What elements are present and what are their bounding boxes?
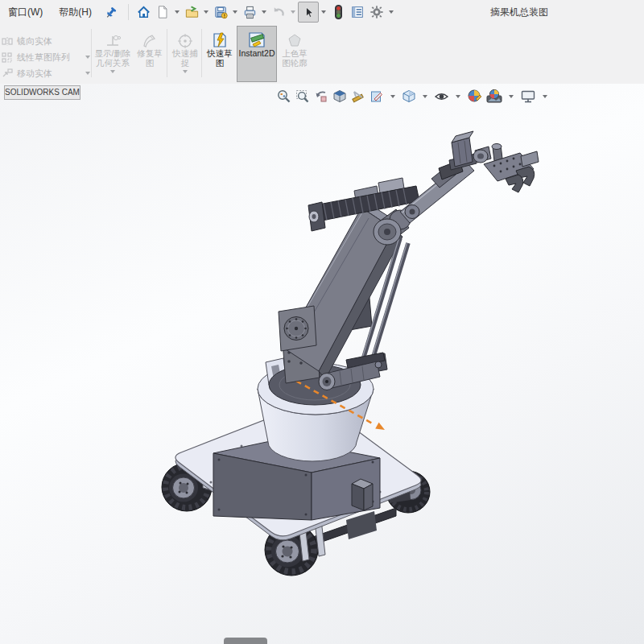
mirror-entities-button[interactable]: 镜向实体 [2, 34, 52, 48]
quick-snaps-button[interactable]: 快速捕 捉 [169, 27, 201, 81]
move-entities-button[interactable]: 移动实体 [2, 66, 52, 80]
wrist-joint[interactable] [473, 147, 491, 163]
command-manager: 镜向实体 线性草图阵列 移动实体 显示/删除 几何关系 修复草 图 [0, 24, 644, 85]
options-gear-button[interactable] [367, 2, 386, 22]
model-canvas[interactable] [0, 84, 644, 644]
print-dropdown[interactable] [262, 10, 266, 14]
axle-mount[interactable] [346, 511, 377, 539]
display-states-icon[interactable] [328, 2, 348, 22]
rapid-sketch-button[interactable]: 快速草 图 [204, 27, 236, 81]
rapid-sketch-icon [211, 28, 229, 49]
small-box[interactable] [352, 479, 373, 510]
shaded-sketch-contours-icon [287, 28, 303, 49]
tab-solidworks-cam[interactable]: SOLIDWORKS CAM [4, 85, 80, 100]
options-dropdown[interactable] [389, 10, 394, 14]
mirror-entities-icon [2, 36, 13, 47]
select-tool-button[interactable] [298, 2, 319, 23]
pin-icon[interactable] [105, 6, 117, 19]
wrist-motor[interactable] [449, 131, 477, 170]
linear-pattern-icon [2, 52, 13, 63]
home-button[interactable] [134, 2, 153, 22]
new-document-button[interactable] [153, 2, 172, 22]
new-document-dropdown[interactable] [175, 10, 180, 14]
save-dropdown[interactable] [233, 10, 237, 14]
display-delete-relations-button[interactable]: 显示/删除 几何关系 [93, 27, 132, 81]
graphics-area[interactable] [0, 84, 644, 644]
menu-help[interactable]: 帮助(H) [51, 0, 100, 24]
separator [91, 29, 92, 77]
move-entities-dropdown[interactable] [85, 72, 90, 75]
separator [167, 29, 167, 77]
bottom-nub [224, 638, 267, 644]
gripper[interactable] [484, 144, 539, 193]
instant2d-button[interactable]: Instant2D [237, 26, 277, 82]
quick-snaps-icon [177, 28, 193, 49]
save-button[interactable] [211, 2, 230, 22]
move-entities-icon [2, 68, 13, 79]
linear-sketch-pattern-button[interactable]: 线性草图阵列 [2, 50, 70, 64]
repair-sketch-icon [142, 28, 158, 49]
menu-window[interactable]: 窗口(W) [0, 0, 51, 24]
document-title: 摘果机总装图 [451, 0, 588, 24]
repair-sketch-button[interactable]: 修复草 图 [134, 27, 166, 81]
print-button[interactable] [240, 2, 259, 22]
undo-dropdown[interactable] [291, 10, 295, 14]
file-properties-button[interactable] [348, 2, 367, 22]
display-delete-relations-icon [104, 28, 122, 49]
shoulder-flange[interactable] [279, 306, 316, 351]
separator [201, 29, 202, 77]
display-delete-relations-dropdown[interactable] [110, 70, 115, 73]
linear-pattern-dropdown[interactable] [85, 56, 90, 59]
open-dropdown[interactable] [204, 10, 208, 14]
undo-button[interactable] [269, 2, 288, 22]
quick-snaps-dropdown[interactable] [183, 70, 188, 73]
open-button[interactable] [182, 2, 201, 22]
instant2d-icon [247, 28, 266, 49]
shaded-sketch-contours-button[interactable]: 上色草 图轮廓 [279, 27, 311, 81]
separator [128, 4, 129, 20]
select-tool-dropdown[interactable] [321, 10, 326, 14]
command-manager-tab-row: SOLIDWORKS CAM [0, 84, 644, 100]
